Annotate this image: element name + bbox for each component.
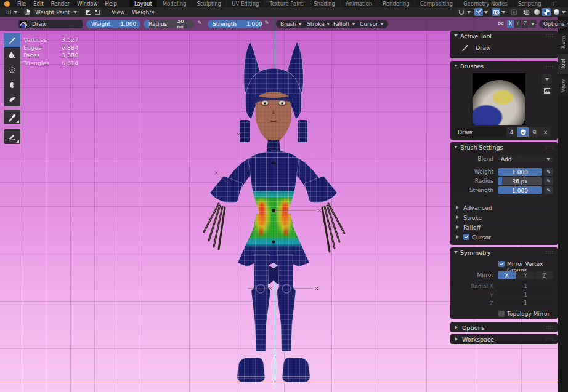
mode-selector[interactable]: Weight Paint (33, 8, 79, 16)
workspace-tab-scripting[interactable]: Scripting (513, 0, 547, 7)
brush-preview-image[interactable] (473, 73, 525, 125)
brush-image-button[interactable] (542, 86, 552, 95)
workspace-tab-modeling[interactable]: Modeling (158, 0, 192, 7)
workspace-tab-layout[interactable]: Layout (129, 0, 158, 7)
strength-slider[interactable]: Strength 1.000 (208, 20, 262, 28)
symmetry-x-button[interactable]: X (507, 20, 514, 28)
cursor-checkbox[interactable] (463, 234, 469, 240)
workspace-tab-rendering[interactable]: Rendering (378, 0, 415, 7)
blender-logo-icon[interactable] (4, 1, 10, 7)
mirror-vertex-groups-checkbox[interactable] (498, 261, 505, 267)
workspace-tab-geometry-nodes[interactable]: Geometry Nodes (458, 0, 513, 7)
menu-help[interactable]: Help (101, 1, 120, 7)
workspace-tab-shading[interactable]: Shading (309, 0, 341, 7)
brush-popover[interactable]: Brush (276, 20, 306, 28)
tool-gradient[interactable] (4, 92, 20, 106)
topology-mirror-checkbox[interactable] (498, 311, 505, 317)
grip-icon[interactable]: ∷∷ (546, 325, 554, 330)
subsection-falloff[interactable]: Falloff (450, 222, 558, 232)
menu-render[interactable]: Render (47, 1, 73, 7)
grip-icon[interactable]: ∷∷ (546, 63, 554, 69)
tool-smear[interactable] (4, 77, 20, 92)
symmetry-z-button[interactable]: Z (522, 20, 529, 28)
workspace-tab-sculpting[interactable]: Sculpting (192, 0, 227, 7)
menu-edit[interactable]: Edit (30, 1, 47, 7)
gizmos-toggle[interactable] (474, 8, 483, 16)
overlays-toggle[interactable] (492, 8, 500, 16)
brush-name-field[interactable]: Draw (455, 127, 506, 137)
strength-pressure-icon[interactable]: ✎ (262, 20, 271, 26)
add-workspace-button[interactable]: + (546, 1, 559, 7)
weight-slider[interactable]: Weight 1.000 (86, 20, 140, 28)
mirror-y-button[interactable]: Y (516, 271, 534, 279)
shading-material-icon[interactable] (542, 8, 551, 16)
radius-pressure-icon[interactable]: ✎ (195, 20, 204, 26)
panel-brushes-header[interactable]: Brushes ∷∷ (450, 61, 558, 71)
brush-user-count[interactable]: 4 (506, 127, 517, 137)
duplicate-brush-button[interactable]: ⧉ (529, 127, 540, 137)
weight-paint-character-mesh[interactable] (183, 34, 368, 392)
paint-mask-vertex-toggle[interactable] (93, 8, 102, 16)
chevron-down-icon[interactable] (501, 11, 505, 15)
xray-toggle[interactable] (509, 8, 518, 16)
panel-workspace[interactable]: Workspace ∷∷ (450, 334, 558, 344)
weight-pressure-toggle[interactable]: ✎ (544, 168, 553, 176)
brush-list-dropdown[interactable] (542, 74, 552, 84)
subsection-advanced[interactable]: Advanced (450, 202, 558, 212)
mirror-x-button[interactable]: X (498, 271, 516, 279)
mirror-z-button[interactable]: Z (535, 271, 553, 279)
tool-draw[interactable] (4, 33, 20, 47)
panel-symmetry-header[interactable]: Symmetry ∷∷ (450, 247, 558, 257)
menu-file[interactable]: File (14, 1, 30, 7)
radius-pressure-toggle[interactable]: ✎ (544, 177, 553, 185)
subsection-stroke[interactable]: Stroke (450, 212, 558, 222)
workspace-tab-compositing[interactable]: Compositing (415, 0, 458, 7)
armature-bone[interactable] (271, 350, 277, 389)
strength-pressure-toggle[interactable]: ✎ (544, 186, 553, 194)
menu-window[interactable]: Window (73, 1, 102, 7)
tool-average[interactable] (4, 62, 20, 77)
workspace-tab-animation[interactable]: Animation (341, 0, 378, 7)
paint-mask-face-toggle[interactable] (84, 8, 93, 16)
panel-weight-slider[interactable]: 1.000 (498, 168, 542, 176)
panel-brush-settings-header[interactable]: Brush Settings ∷∷ (450, 142, 558, 152)
radial-z-value[interactable]: 1 (498, 299, 553, 306)
chevron-down-icon[interactable] (562, 11, 566, 15)
shading-wireframe-icon[interactable] (522, 8, 531, 16)
cursor-popover[interactable]: Cursor (355, 20, 388, 28)
tool-blur[interactable] (4, 47, 20, 62)
radial-x-value[interactable]: 1 (498, 282, 553, 290)
grip-icon[interactable]: ∷∷ (546, 33, 554, 39)
shading-rendered-icon[interactable] (552, 8, 561, 16)
symmetry-dropdown[interactable] (529, 20, 536, 28)
grip-icon[interactable]: ∷∷ (546, 145, 554, 150)
menu-view[interactable]: View (108, 9, 128, 15)
panel-strength-slider[interactable]: 1.000 (498, 186, 542, 194)
fake-user-shield-button[interactable] (517, 127, 529, 137)
workspace-tab-texture-paint[interactable]: Texture Paint (265, 0, 309, 7)
symmetry-y-button[interactable]: Y (514, 20, 521, 28)
shading-solid-icon[interactable] (532, 8, 541, 16)
sidebar-tab-item[interactable]: Item (558, 33, 568, 52)
blend-dropdown[interactable]: Add (498, 155, 553, 163)
unlink-brush-button[interactable]: × (540, 127, 551, 137)
panel-options[interactable]: Options ∷∷ (450, 322, 558, 332)
editor-type-selector[interactable]: ⊞ (2, 8, 20, 16)
active-brush-selector[interactable]: Draw (18, 20, 83, 28)
grip-icon[interactable]: ∷∷ (546, 250, 554, 255)
snap-magnet-icon[interactable] (457, 8, 466, 16)
chevron-down-icon[interactable] (467, 11, 471, 15)
grip-icon[interactable]: ∷∷ (546, 337, 554, 342)
sidebar-tab-tool[interactable]: Tool (558, 54, 568, 74)
options-popover[interactable]: Options (539, 20, 568, 28)
workspace-tab-uv-editing[interactable]: UV Editing (227, 0, 264, 7)
tool-annotate[interactable] (4, 129, 20, 144)
sidebar-tab-view[interactable]: View (558, 76, 568, 95)
panel-radius-slider[interactable]: 36 px (498, 177, 542, 185)
chevron-down-icon[interactable] (484, 11, 488, 15)
panel-active-tool-header[interactable]: Active Tool ∷∷ (450, 31, 558, 41)
radius-slider[interactable]: Radius 36 px (144, 20, 194, 28)
menu-weights[interactable]: Weights (128, 9, 158, 15)
radial-y-value[interactable]: 1 (498, 291, 553, 298)
tool-sample-weight[interactable] (4, 110, 20, 124)
